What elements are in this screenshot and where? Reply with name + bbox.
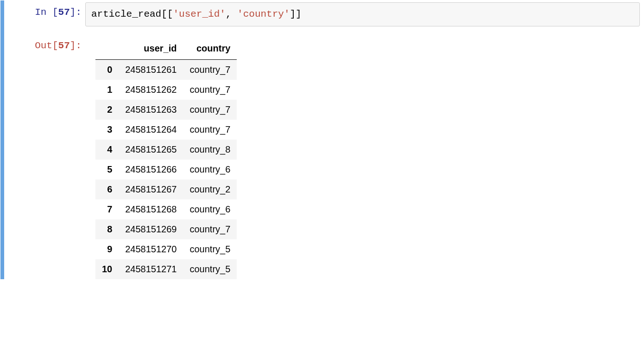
cell-country: country_6 [183, 199, 237, 219]
cell-country: country_7 [183, 80, 237, 100]
code-input[interactable]: article_read[['user_id', 'country']] [85, 2, 640, 26]
in-label-suffix: ]: [70, 7, 82, 18]
cell-country: country_5 [183, 239, 237, 259]
row-index: 0 [95, 60, 119, 80]
table-body: 02458151261country_712458151262country_7… [95, 60, 237, 280]
cell-country: country_7 [183, 120, 237, 140]
row-index: 6 [95, 179, 119, 199]
table-row: 02458151261country_7 [95, 60, 237, 80]
row-index: 9 [95, 239, 119, 259]
row-index: 3 [95, 120, 119, 140]
table-row: 52458151266country_6 [95, 160, 237, 179]
code-var: article_read [91, 9, 161, 19]
row-index: 10 [95, 259, 119, 279]
cell-country: country_2 [183, 179, 237, 199]
cell-user-id: 2458151269 [119, 219, 183, 239]
cell-user-id: 2458151271 [119, 259, 183, 279]
cell-user-id: 2458151262 [119, 80, 183, 100]
input-area: article_read[['user_id', 'country']] [85, 0, 644, 30]
table-row: 62458151267country_2 [95, 179, 237, 199]
table-row: 22458151263country_7 [95, 100, 237, 120]
output-prompt: Out[57]: [4, 34, 85, 279]
row-index: 1 [95, 80, 119, 100]
cell-user-id: 2458151270 [119, 239, 183, 259]
out-label-prefix: Out[ [35, 40, 58, 51]
notebook-cell: In [57]: article_read[['user_id', 'count… [0, 0, 644, 280]
cell-user-id: 2458151268 [119, 199, 183, 219]
cell-country: country_7 [183, 60, 237, 80]
output-area: user_id country 02458151261country_71245… [85, 34, 644, 279]
row-index: 8 [95, 219, 119, 239]
col-header-country: country [183, 38, 237, 60]
cell-country: country_8 [183, 140, 237, 160]
cell-country: country_6 [183, 160, 237, 179]
cell-user-id: 2458151266 [119, 160, 183, 179]
cell-user-id: 2458151267 [119, 179, 183, 199]
code-str-2: 'country' [237, 9, 290, 19]
table-row: 32458151264country_7 [95, 120, 237, 140]
table-row: 92458151270country_5 [95, 239, 237, 259]
table-row: 82458151269country_7 [95, 219, 237, 239]
row-index: 2 [95, 100, 119, 120]
table-row: 42458151265country_8 [95, 140, 237, 160]
cell-selection-bar [0, 0, 4, 279]
in-label-prefix: In [ [35, 7, 58, 18]
input-prompt: In [57]: [4, 0, 85, 30]
dataframe-table: user_id country 02458151261country_71245… [95, 38, 237, 279]
out-label-suffix: ]: [70, 40, 82, 51]
col-header-user-id: user_id [119, 38, 183, 60]
cell-country: country_5 [183, 259, 237, 279]
table-row: 72458151268country_6 [95, 199, 237, 219]
code-str-1: 'user_id' [173, 9, 225, 19]
exec-count-out: 57 [58, 40, 70, 51]
index-header [95, 38, 119, 60]
cell-user-id: 2458151264 [119, 120, 183, 140]
cell-user-id: 2458151263 [119, 100, 183, 120]
cell-country: country_7 [183, 219, 237, 239]
code-comma: , [226, 9, 237, 19]
code-close-brackets: ]] [290, 9, 302, 19]
table-row: 12458151262country_7 [95, 80, 237, 100]
cell-user-id: 2458151261 [119, 60, 183, 80]
table-row: 102458151271country_5 [95, 259, 237, 279]
table-head: user_id country [95, 38, 237, 60]
code-open-brackets: [[ [161, 9, 173, 19]
cell-country: country_7 [183, 100, 237, 120]
row-index: 4 [95, 140, 119, 160]
row-index: 7 [95, 199, 119, 219]
cell-user-id: 2458151265 [119, 140, 183, 160]
row-index: 5 [95, 160, 119, 179]
exec-count-in: 57 [58, 7, 70, 18]
